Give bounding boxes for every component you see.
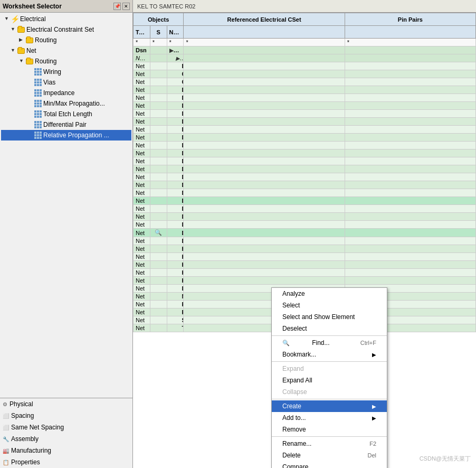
table-row[interactable]: NetDO2 [134, 181, 476, 189]
context-menu-deselect[interactable]: Deselect [272, 323, 387, 334]
cell-pinpairs [345, 261, 475, 269]
table-row[interactable]: NetCCK [134, 70, 476, 78]
filter-refcset-input[interactable] [186, 39, 342, 45]
cell-s [150, 102, 167, 110]
context-menu-remove[interactable]: Remove [272, 424, 387, 435]
table-row[interactable]: NetDE1 [134, 94, 476, 102]
filter-name-input[interactable] [169, 39, 182, 45]
table-row[interactable]: NetCCK_EN [134, 78, 476, 86]
table-row[interactable]: NetDO0 [134, 165, 476, 173]
context-menu-delete[interactable]: Delete Del [272, 450, 387, 461]
sidebar-item-assembly[interactable]: 🔧 Assembly [0, 433, 132, 445]
tree-item-routing-net[interactable]: ▼ Routing [1, 56, 131, 67]
filter-pinpairs[interactable] [345, 39, 475, 46]
filter-s-input[interactable] [153, 39, 165, 45]
cell-refcset [184, 245, 345, 253]
table-row[interactable]: NetDO3 [134, 189, 476, 197]
table-row[interactable]: NetDE3 [134, 110, 476, 118]
sidebar-item-spacing[interactable]: ⬜ Spacing [0, 410, 132, 422]
filter-type[interactable] [134, 39, 150, 46]
sidebar-item-samenet[interactable]: ⬜ Same Net Spacing [0, 422, 132, 433]
cell-s [150, 78, 167, 86]
table-row[interactable]: NetDE7 [134, 142, 476, 149]
tree-arrow-net[interactable]: ▼ [11, 48, 17, 54]
context-menu-compare[interactable]: Compare... [272, 461, 387, 468]
properties-icon: 📋 [3, 460, 9, 465]
pin-button[interactable]: 📌 [113, 3, 121, 10]
sidebar-item-physical[interactable]: ⚙ Physical [0, 398, 132, 410]
table-row[interactable]: NetDE6 [134, 134, 476, 142]
context-menu-find[interactable]: 🔍 Find... Ctrl+F [272, 337, 387, 349]
table-row[interactable]: NetDO7 [134, 221, 476, 229]
cell-type-do4: Net [134, 197, 150, 205]
cell-pinpairs [345, 157, 475, 165]
table-row[interactable]: NetDE8 [134, 149, 476, 157]
tree-item-diffpair[interactable]: ▶ Differential Pair [1, 119, 131, 130]
sidebar-item-manufacturing[interactable]: 🏭 Manufacturing [0, 445, 132, 456]
tree-item-relprop[interactable]: ▶ Relative Propagation ... [1, 130, 131, 141]
table-row[interactable]: NetDO6 [134, 213, 476, 221]
tree-item-vias[interactable]: ▶ Vias [1, 77, 131, 88]
breadcrumb-text: KEL TO SAMTEC R02 [137, 3, 195, 10]
table-row[interactable]: NetDO5 [134, 205, 476, 213]
cell-refcset [184, 181, 345, 189]
tree-arrow-routing-net[interactable]: ▼ [19, 58, 25, 64]
filter-s[interactable] [150, 39, 167, 46]
table-row[interactable]: NetDO9 [134, 237, 476, 245]
table-row[interactable]: NetHCK [134, 245, 476, 253]
table-row-do8[interactable]: Net 🔍 DO8 [134, 229, 476, 237]
tree-item-routing-ecs[interactable]: ▶ Routing [1, 35, 131, 45]
cell-type: Net [134, 277, 150, 285]
cell-refcset [184, 253, 345, 261]
close-button[interactable]: ✕ [122, 3, 130, 10]
table-row[interactable]: NetBUF_CUR [134, 62, 476, 70]
context-menu-create[interactable]: Create ▶ [272, 400, 387, 412]
table-row[interactable]: Dsn ▶ KEL TO SAMTEC R02 [134, 46, 476, 54]
filter-pinpairs-input[interactable] [347, 39, 473, 45]
cell-pinpairs-do4 [345, 197, 475, 205]
cell-type: Net [134, 78, 150, 86]
grid-icon-vias [34, 78, 42, 87]
table-row[interactable]: NetDE0 [134, 86, 476, 94]
tree-arrow-routing-ecs[interactable]: ▶ [19, 37, 25, 43]
tree-arrow-electrical[interactable]: ▼ [4, 16, 11, 22]
filter-refcset[interactable] [184, 39, 345, 46]
cell-type: Net [134, 110, 150, 118]
table-row[interactable]: NetDE4 [134, 118, 476, 126]
folder-icon-routing-ecs [25, 36, 34, 44]
context-menu-select-show[interactable]: Select and Show Element [272, 311, 387, 323]
table-row[interactable]: NetDE2 [134, 102, 476, 110]
sidebar-item-properties[interactable]: 📋 Properties [0, 456, 132, 468]
context-menu-analyze[interactable]: Analyze [272, 288, 387, 299]
tree-arrow-ecs[interactable]: ▼ [11, 26, 17, 33]
context-menu-select[interactable]: Select [272, 299, 387, 311]
tree-item-minmax[interactable]: ▶ Min/Max Propagatio... [1, 98, 131, 109]
tree-item-net[interactable]: ▼ Net [1, 45, 131, 56]
filter-name[interactable] [167, 39, 184, 46]
tree-item-ecs[interactable]: ▼ Electrical Constraint Set [1, 24, 131, 35]
table-row-do4[interactable]: Net DO4 [134, 197, 476, 205]
tree-item-impedance[interactable]: ▶ Impedance [1, 88, 131, 98]
table-row[interactable]: NetDE9 [134, 157, 476, 165]
cell-s [150, 94, 167, 102]
table-row[interactable]: NetK2_SC... [134, 277, 476, 285]
table-row[interactable]: NetDE5 [134, 126, 476, 134]
context-menu-rename[interactable]: Rename... F2 [272, 438, 387, 450]
cell-type: Net [134, 62, 150, 70]
table-row[interactable]: NetK2P [134, 269, 476, 277]
tree-item-totaletch[interactable]: ▶ Total Etch Length [1, 109, 131, 119]
tree-item-electrical[interactable]: ▼ ⚡ Electrical [1, 14, 131, 24]
table-row[interactable]: NetK2M [134, 261, 476, 269]
cell-refcset [184, 189, 345, 197]
filter-type-input[interactable] [136, 39, 148, 45]
context-menu-expand: Expand [272, 363, 387, 375]
context-menu-bookmark[interactable]: Bookmark... ▶ [272, 349, 387, 360]
table-row[interactable]: NetHCK_E... [134, 253, 476, 261]
table-row[interactable]: NCls ▶ CLS1(39) [134, 54, 476, 62]
tree-item-wiring[interactable]: ▶ Wiring [1, 67, 131, 77]
cell-refcset [184, 269, 345, 277]
context-menu-add-to[interactable]: Add to... ▶ [272, 412, 387, 424]
context-menu-expand-all[interactable]: Expand All [272, 375, 387, 386]
table-row[interactable]: NetDO1 [134, 173, 476, 181]
cell-name: DE9 [167, 157, 184, 165]
